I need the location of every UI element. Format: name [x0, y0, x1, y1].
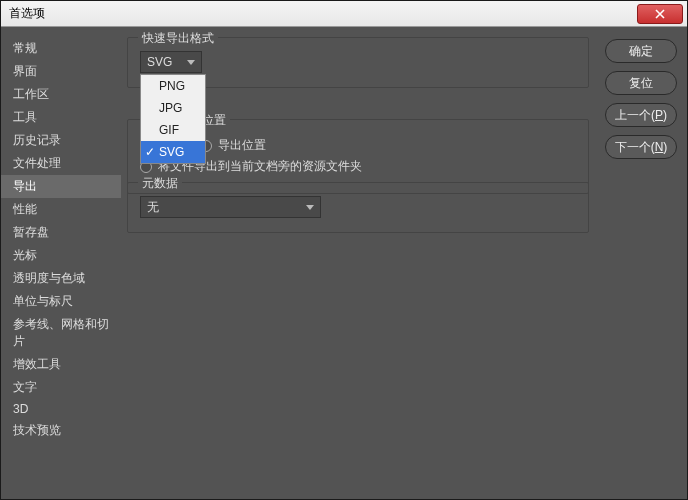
dropdown-option-label: JPG: [159, 101, 182, 115]
dropdown-option[interactable]: PNG: [141, 75, 205, 97]
sidebar-item[interactable]: 文字: [1, 376, 121, 399]
radio-label: 导出位置: [218, 137, 266, 154]
group-quick-export: 快速导出格式 SVG PNGJPGGIF✓SVG: [127, 37, 589, 88]
sidebar-item[interactable]: 透明度与色域: [1, 267, 121, 290]
dropdown-option[interactable]: ✓SVG: [141, 141, 205, 163]
ok-button[interactable]: 确定: [605, 39, 677, 63]
close-icon: [655, 9, 665, 19]
chevron-down-icon: [306, 205, 314, 210]
check-icon: ✓: [145, 145, 155, 159]
button-column: 确定 复位 上一个(P) 下一个(N): [595, 27, 687, 499]
sidebar-item[interactable]: 界面: [1, 60, 121, 83]
sidebar-item[interactable]: 工具: [1, 106, 121, 129]
group-title: 元数据: [138, 175, 182, 192]
close-button[interactable]: [637, 4, 683, 24]
sidebar-item[interactable]: 3D: [1, 399, 121, 419]
sidebar-item[interactable]: 技术预览: [1, 419, 121, 442]
sidebar-item[interactable]: 文件处理: [1, 152, 121, 175]
reset-button[interactable]: 复位: [605, 71, 677, 95]
metadata-selected: 无: [147, 199, 159, 216]
sidebar-item[interactable]: 常规: [1, 37, 121, 60]
sidebar-item[interactable]: 历史记录: [1, 129, 121, 152]
format-selected: SVG: [147, 55, 172, 69]
group-title: 快速导出格式: [138, 30, 218, 47]
dialog-body: 常规界面工作区工具历史记录文件处理导出性能暂存盘光标透明度与色域单位与标尺参考线…: [1, 27, 687, 499]
next-button[interactable]: 下一个(N): [605, 135, 677, 159]
dropdown-option-label: GIF: [159, 123, 179, 137]
chevron-down-icon: [187, 60, 195, 65]
main-panel: 快速导出格式 SVG PNGJPGGIF✓SVG 位置 导出位置: [121, 27, 595, 499]
format-select[interactable]: SVG PNGJPGGIF✓SVG: [140, 51, 202, 73]
category-sidebar: 常规界面工作区工具历史记录文件处理导出性能暂存盘光标透明度与色域单位与标尺参考线…: [1, 27, 121, 499]
group-metadata: 元数据 无: [127, 182, 589, 233]
metadata-select[interactable]: 无: [140, 196, 321, 218]
sidebar-item[interactable]: 暂存盘: [1, 221, 121, 244]
dropdown-option-label: PNG: [159, 79, 185, 93]
window-title: 首选项: [9, 5, 45, 22]
dropdown-option[interactable]: GIF: [141, 119, 205, 141]
titlebar: 首选项: [1, 1, 687, 27]
sidebar-item[interactable]: 参考线、网格和切片: [1, 313, 121, 353]
sidebar-item[interactable]: 光标: [1, 244, 121, 267]
sidebar-item[interactable]: 增效工具: [1, 353, 121, 376]
dropdown-option-label: SVG: [159, 145, 184, 159]
sidebar-item[interactable]: 性能: [1, 198, 121, 221]
prev-button[interactable]: 上一个(P): [605, 103, 677, 127]
dropdown-option[interactable]: JPG: [141, 97, 205, 119]
format-dropdown: PNGJPGGIF✓SVG: [140, 74, 206, 164]
sidebar-item[interactable]: 工作区: [1, 83, 121, 106]
sidebar-item[interactable]: 单位与标尺: [1, 290, 121, 313]
sidebar-item[interactable]: 导出: [1, 175, 121, 198]
preferences-window: 首选项 常规界面工作区工具历史记录文件处理导出性能暂存盘光标透明度与色域单位与标…: [0, 0, 688, 500]
